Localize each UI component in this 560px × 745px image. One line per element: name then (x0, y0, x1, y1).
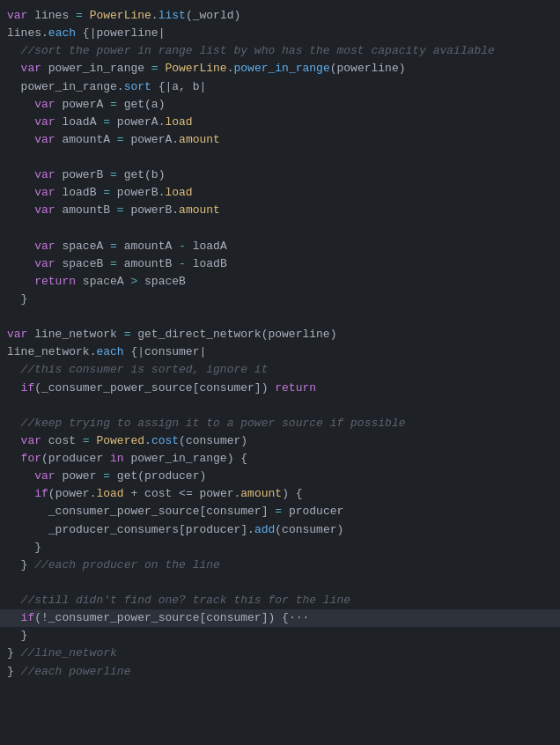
code-line: var spaceA = amountA - loadA (0, 238, 560, 255)
code-line: return spaceA > spaceB (0, 273, 560, 291)
code-line: var powerA = get(a) (0, 96, 560, 114)
code-line: //sort the power in range list by who ha… (0, 42, 560, 60)
code-line: _consumer_power_source[consumer] = produ… (0, 503, 560, 520)
code-line: var lines = PowerLine.list(_world) (0, 7, 560, 25)
code-line: var power = get(producer) (0, 468, 560, 485)
code-line: } (0, 627, 560, 645)
code-line: } (0, 291, 560, 308)
code-line: var cost = Powered.cost(consumer) (0, 432, 560, 450)
code-line: lines.each {|powerline| (0, 25, 560, 42)
code-line: var loadA = powerA.load (0, 114, 560, 131)
code-line: if(power.load + cost <= power.amount) { (0, 485, 560, 503)
code-line (0, 574, 560, 592)
code-line: var power_in_range = PowerLine.power_in_… (0, 60, 560, 77)
code-line: line_network.each {|consumer| (0, 343, 560, 361)
code-line: //still didn't find one? track this for … (0, 592, 560, 609)
code-line: } //each producer on the line (0, 557, 560, 574)
code-line: var spaceB = amountB - loadB (0, 255, 560, 273)
code-line: } //each powerline (0, 663, 560, 681)
code-line (0, 308, 560, 326)
code-line: for(producer in power_in_range) { (0, 450, 560, 468)
code-line: var line_network = get_direct_network(po… (0, 326, 560, 343)
code-editor: var lines = PowerLine.list(_world)lines.… (0, 0, 560, 745)
code-line: //this consumer is sorted, ignore it (0, 361, 560, 379)
code-line: var amountA = powerA.amount (0, 131, 560, 149)
code-line: _producer_consumers[producer].add(consum… (0, 521, 560, 539)
code-line: power_in_range.sort {|a, b| (0, 78, 560, 96)
code-line: var powerB = get(b) (0, 166, 560, 184)
code-line (0, 220, 560, 238)
code-line: } //line_network (0, 645, 560, 662)
code-line (0, 149, 560, 166)
code-line (0, 397, 560, 415)
code-line: var amountB = powerB.amount (0, 202, 560, 219)
code-line: //keep trying to assign it to a power so… (0, 415, 560, 432)
code-line: if(_consumer_power_source[consumer]) ret… (0, 380, 560, 397)
code-line: } (0, 539, 560, 557)
code-line: if(!_consumer_power_source[consumer]) {·… (0, 609, 560, 627)
code-line: var loadB = powerB.load (0, 184, 560, 202)
